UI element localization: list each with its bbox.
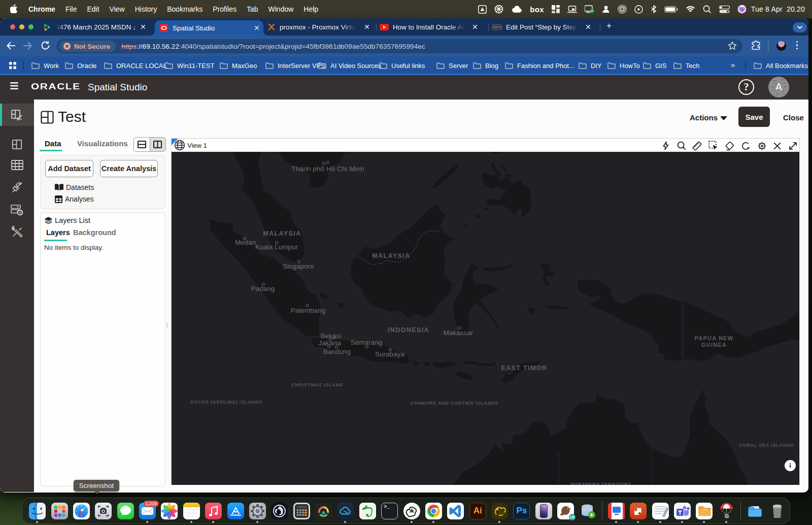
svg-text:PAPUA NEW: PAPUA NEW	[695, 335, 734, 341]
svg-text:ASHMORE AND CARTIER ISLANDS: ASHMORE AND CARTIER ISLANDS	[410, 401, 498, 406]
svg-text:NORTHERN TERRITORY: NORTHERN TERRITORY	[570, 482, 631, 485]
svg-text:MALAYSIA: MALAYSIA	[263, 230, 301, 237]
svg-text:Surabaya: Surabaya	[375, 350, 404, 358]
svg-text:Padang: Padang	[251, 285, 275, 292]
svg-text:CORAL SEA ISLANDS: CORAL SEA ISLANDS	[739, 443, 794, 448]
svg-text:INDONESIA: INDONESIA	[388, 326, 429, 334]
svg-text:MALAYSIA: MALAYSIA	[372, 252, 410, 259]
svg-text:EAST TIMOR: EAST TIMOR	[501, 365, 547, 372]
svg-text:Kuala Lumpur: Kuala Lumpur	[255, 243, 298, 251]
svg-text:Bandung: Bandung	[323, 348, 351, 355]
svg-text:Palembang: Palembang	[291, 307, 325, 314]
svg-text:GUINEA: GUINEA	[701, 342, 727, 348]
svg-text:COCOS (KEELING) ISLANDS: COCOS (KEELING) ISLANDS	[190, 400, 262, 405]
svg-text:CHRISTMAS ISLAND: CHRISTMAS ISLAND	[291, 382, 343, 387]
svg-text:Singapore: Singapore	[283, 262, 314, 270]
svg-text:Makassar: Makassar	[444, 329, 473, 337]
svg-text:Semarang: Semarang	[351, 339, 382, 346]
svg-text:Thành phố Hồ Chí Minh: Thành phố Hồ Chí Minh	[291, 165, 364, 173]
